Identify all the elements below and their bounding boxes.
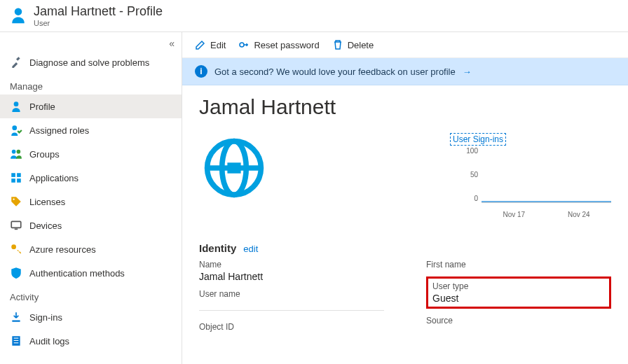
field-label: First name — [426, 260, 611, 270]
tag-icon — [10, 195, 22, 208]
edit-label: Edit — [210, 40, 226, 50]
svg-point-3 — [12, 150, 16, 154]
page-header: Jamal Hartnett - Profile User — [0, 0, 628, 32]
wrench-icon — [10, 56, 22, 69]
sidebar-item-label: Groups — [29, 149, 60, 160]
delete-label: Delete — [348, 40, 374, 50]
profile-display-name: Jamal Hartnett — [199, 95, 611, 119]
field-label: User name — [199, 289, 384, 299]
field-username: User name — [199, 289, 384, 299]
person-icon — [10, 100, 22, 113]
sidebar-item-label: Assigned roles — [29, 125, 89, 136]
chart-plot — [482, 150, 611, 203]
sidebar-item-label: Devices — [29, 220, 62, 231]
shield-icon — [10, 267, 22, 279]
identity-edit-link[interactable]: edit — [243, 244, 258, 254]
signins-chart[interactable]: User Sign-ins 100 50 0 Nov 17 Nov 24 — [450, 133, 611, 218]
page-subtitle: User — [34, 19, 163, 27]
delete-button[interactable]: Delete — [332, 39, 374, 50]
toolbar: Edit Reset password Delete — [182, 32, 628, 58]
section-activity: Activity — [0, 285, 182, 305]
svg-rect-5 — [11, 173, 15, 177]
chart-ytick: 0 — [457, 195, 478, 202]
log-icon — [10, 335, 22, 347]
svg-rect-6 — [17, 173, 21, 177]
svg-rect-15 — [14, 340, 19, 341]
usertype-highlight: User type Guest — [426, 276, 611, 309]
svg-rect-10 — [11, 221, 21, 227]
chart-xtick: Nov 17 — [503, 211, 525, 218]
sidebar-item-groups[interactable]: Groups — [0, 142, 182, 166]
sidebar-item-devices[interactable]: Devices — [0, 214, 182, 237]
sidebar-item-audit-logs[interactable]: Audit logs — [0, 329, 182, 353]
field-name: Name Jamal Hartnett — [199, 260, 384, 282]
person-check-icon — [10, 124, 22, 136]
chart-ytick: 100 — [457, 147, 478, 155]
chart-xtick: Nov 24 — [568, 211, 590, 218]
banner-text: Got a second? We would love your feedbac… — [214, 66, 456, 77]
svg-rect-8 — [17, 178, 21, 183]
sidebar-item-azure-resources[interactable]: Azure resources — [0, 237, 182, 261]
field-source: Source — [426, 316, 611, 326]
user-avatar-icon — [8, 5, 28, 27]
svg-point-17 — [240, 43, 244, 47]
section-manage: Manage — [0, 74, 182, 94]
svg-rect-11 — [15, 229, 18, 230]
sidebar-item-applications[interactable]: Applications — [0, 166, 182, 190]
field-label: Name — [199, 260, 384, 270]
sidebar-item-label: Sign-ins — [29, 312, 62, 323]
reset-password-button[interactable]: Reset password — [238, 39, 319, 50]
field-label: User type — [432, 281, 605, 291]
collapse-sidebar-button[interactable]: « — [0, 36, 182, 50]
trash-icon — [332, 39, 343, 50]
pencil-icon — [195, 39, 206, 50]
svg-point-2 — [12, 125, 17, 130]
divider — [199, 310, 384, 311]
field-firstname: First name — [426, 260, 611, 270]
sidebar-item-assigned-roles[interactable]: Assigned roles — [0, 118, 182, 142]
svg-rect-7 — [11, 178, 15, 183]
reset-label: Reset password — [254, 40, 319, 50]
chart-title: User Sign-ins — [450, 133, 506, 146]
svg-rect-16 — [14, 342, 19, 343]
device-icon — [10, 219, 22, 232]
field-value: Guest — [432, 293, 605, 304]
svg-point-9 — [13, 199, 15, 200]
chart-ytick: 50 — [457, 171, 478, 178]
svg-point-4 — [17, 150, 21, 154]
sidebar-item-licenses[interactable]: Licenses — [0, 190, 182, 214]
profile-picture-globe — [199, 133, 269, 203]
sidebar-item-signins[interactable]: Sign-ins — [0, 305, 182, 329]
svg-rect-21 — [227, 162, 240, 173]
sidebar: « Diagnose and solve problems Manage Pro… — [0, 32, 182, 364]
svg-point-0 — [15, 8, 22, 15]
diagnose-label: Diagnose and solve problems — [29, 57, 149, 68]
key-icon — [10, 243, 22, 255]
field-usertype: User type Guest — [432, 281, 605, 304]
field-objectid: Object ID — [199, 322, 384, 332]
sidebar-item-label: Azure resources — [29, 244, 96, 255]
page-title: Jamal Hartnett - Profile — [34, 4, 163, 19]
sidebar-item-label: Audit logs — [29, 336, 69, 346]
edit-button[interactable]: Edit — [195, 39, 226, 50]
sidebar-item-auth-methods[interactable]: Authentication methods — [0, 261, 182, 285]
sidebar-item-profile[interactable]: Profile — [0, 94, 182, 118]
signin-icon — [10, 311, 22, 323]
diagnose-link[interactable]: Diagnose and solve problems — [0, 50, 182, 74]
svg-point-1 — [14, 102, 19, 106]
field-value: Jamal Hartnett — [199, 271, 384, 282]
sidebar-item-label: Authentication methods — [29, 268, 125, 279]
field-label: Source — [426, 316, 611, 326]
field-label: Object ID — [199, 322, 384, 332]
svg-rect-14 — [14, 338, 19, 339]
svg-point-12 — [11, 244, 16, 249]
feedback-banner[interactable]: i Got a second? We would love your feedb… — [182, 58, 628, 85]
sidebar-item-label: Applications — [29, 173, 78, 183]
sidebar-item-label: Licenses — [29, 197, 65, 207]
arrow-right-icon: → — [463, 66, 472, 77]
sidebar-item-label: Profile — [29, 102, 55, 112]
apps-icon — [10, 172, 22, 184]
main-content: Edit Reset password Delete i Got a secon… — [182, 32, 628, 364]
people-icon — [10, 148, 22, 160]
info-icon: i — [195, 65, 207, 78]
